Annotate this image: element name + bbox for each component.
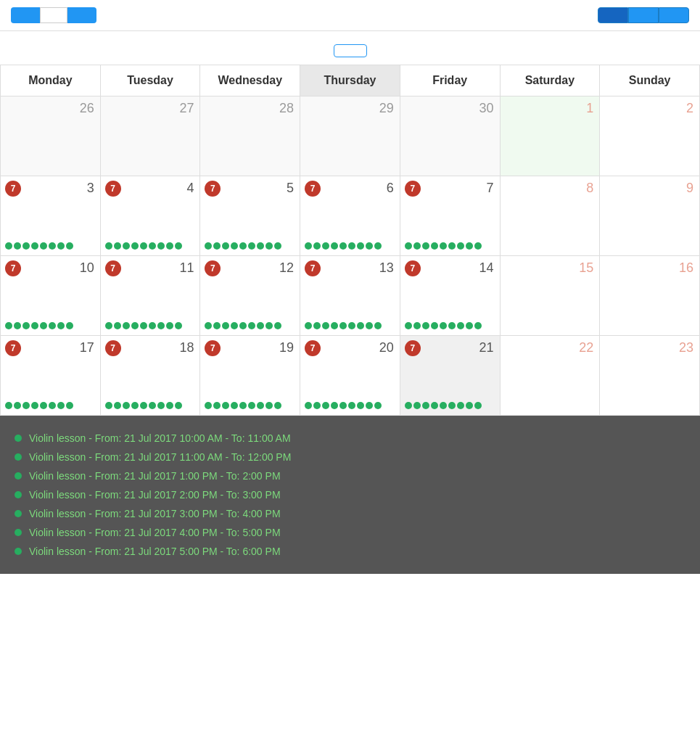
calendar-cell[interactable]: 9 xyxy=(600,176,700,256)
event-dot xyxy=(149,242,156,250)
event-dot xyxy=(431,242,438,250)
event-dot xyxy=(131,322,139,329)
event-dot xyxy=(474,242,482,250)
calendar-cell[interactable]: 75 xyxy=(200,176,300,256)
event-dot xyxy=(440,402,447,409)
event-dot xyxy=(205,322,212,329)
day-number: 2 xyxy=(606,101,693,116)
event-dot xyxy=(231,322,238,329)
event-item: Violin lesson - From: 21 Jul 2017 2:00 P… xyxy=(15,485,685,504)
event-dot xyxy=(440,322,447,329)
event-dot xyxy=(331,242,338,250)
event-dot xyxy=(374,402,382,409)
event-dot xyxy=(114,322,121,329)
event-dot xyxy=(440,242,447,250)
event-dot xyxy=(222,402,229,409)
event-dot xyxy=(166,242,173,250)
calendar-cell[interactable]: 74 xyxy=(100,176,200,256)
event-dot xyxy=(466,402,473,409)
event-dot xyxy=(105,402,112,409)
calendar-cell[interactable]: 721 xyxy=(400,336,500,416)
event-dot xyxy=(123,402,130,409)
event-dot xyxy=(265,322,273,329)
calendar-week-row: 737475767789 xyxy=(1,176,700,256)
event-dot xyxy=(213,322,221,329)
calendar-cell[interactable]: 710 xyxy=(1,256,101,336)
calendar-cell[interactable]: 711 xyxy=(100,256,200,336)
calendar-cell[interactable]: 8 xyxy=(500,176,600,256)
event-dot xyxy=(149,402,156,409)
event-badge: 7 xyxy=(305,181,321,197)
view-day-button[interactable] xyxy=(659,7,689,23)
event-dot xyxy=(205,402,212,409)
event-label: Violin lesson - From: 21 Jul 2017 10:00 … xyxy=(29,432,291,444)
next-button[interactable] xyxy=(67,7,96,23)
event-item: Violin lesson - From: 21 Jul 2017 10:00 … xyxy=(15,429,685,448)
calendar-cell[interactable]: 26 xyxy=(1,96,101,176)
event-dot xyxy=(265,242,273,250)
event-dot xyxy=(248,242,255,250)
event-dot xyxy=(166,402,173,409)
event-dot xyxy=(66,322,73,329)
day-number: 29 xyxy=(306,101,394,116)
col-friday: Friday xyxy=(400,65,500,96)
calendar-cell[interactable]: 720 xyxy=(300,336,400,416)
event-dot xyxy=(105,242,112,250)
calendar-cell[interactable]: 2 xyxy=(600,96,700,176)
calendar-cell[interactable]: 719 xyxy=(200,336,300,416)
violin-lesson-dropdown[interactable] xyxy=(334,44,367,57)
event-dot xyxy=(357,322,364,329)
event-dot xyxy=(140,242,147,250)
calendar-cell[interactable]: 1 xyxy=(500,96,600,176)
day-number: 23 xyxy=(606,340,693,355)
event-dots xyxy=(205,322,281,329)
event-dot xyxy=(322,402,329,409)
calendar-cell[interactable]: 713 xyxy=(300,256,400,336)
event-badge: 7 xyxy=(305,340,321,356)
calendar-cell[interactable]: 712 xyxy=(200,256,300,336)
calendar-cell[interactable]: 714 xyxy=(400,256,500,336)
event-dot xyxy=(49,242,56,250)
calendar-cell[interactable]: 76 xyxy=(300,176,400,256)
event-dot xyxy=(5,402,12,409)
calendar-cell[interactable]: 23 xyxy=(600,336,700,416)
calendar-cell[interactable]: 16 xyxy=(600,256,700,336)
event-dot xyxy=(357,402,364,409)
event-dot xyxy=(222,322,229,329)
event-indicator xyxy=(15,472,22,480)
event-badge: 7 xyxy=(405,340,421,356)
event-dot xyxy=(474,402,482,409)
view-month-button[interactable] xyxy=(598,7,628,23)
event-panel: Violin lesson - From: 21 Jul 2017 10:00 … xyxy=(0,416,700,574)
event-dot xyxy=(157,402,165,409)
today-button[interactable] xyxy=(40,7,67,23)
calendar-cell[interactable]: 77 xyxy=(400,176,500,256)
event-dot xyxy=(22,402,30,409)
view-buttons xyxy=(598,7,689,23)
event-dot xyxy=(239,322,247,329)
calendar-cell[interactable]: 22 xyxy=(500,336,600,416)
event-dot xyxy=(322,322,329,329)
calendar-cell[interactable]: 73 xyxy=(1,176,101,256)
event-dot xyxy=(274,242,281,250)
calendar-cell[interactable]: 28 xyxy=(200,96,300,176)
event-dot xyxy=(40,242,47,250)
event-dot xyxy=(57,402,65,409)
event-dot xyxy=(66,242,73,250)
day-number: 26 xyxy=(7,101,94,116)
event-dots xyxy=(205,242,281,250)
calendar-cell[interactable]: 30 xyxy=(400,96,500,176)
calendar-cell[interactable]: 27 xyxy=(100,96,200,176)
event-dot xyxy=(448,322,456,329)
calendar-cell[interactable]: 718 xyxy=(100,336,200,416)
event-dot xyxy=(14,322,21,329)
calendar-week-row: 7107117127137141516 xyxy=(1,256,700,336)
calendar-cell[interactable]: 717 xyxy=(1,336,101,416)
event-dot xyxy=(448,242,456,250)
event-dot xyxy=(248,402,255,409)
calendar-cell[interactable]: 15 xyxy=(500,256,600,336)
calendar-cell[interactable]: 29 xyxy=(300,96,400,176)
view-week-button[interactable] xyxy=(628,7,659,23)
prev-button[interactable] xyxy=(11,7,40,23)
day-number: 27 xyxy=(107,101,194,116)
